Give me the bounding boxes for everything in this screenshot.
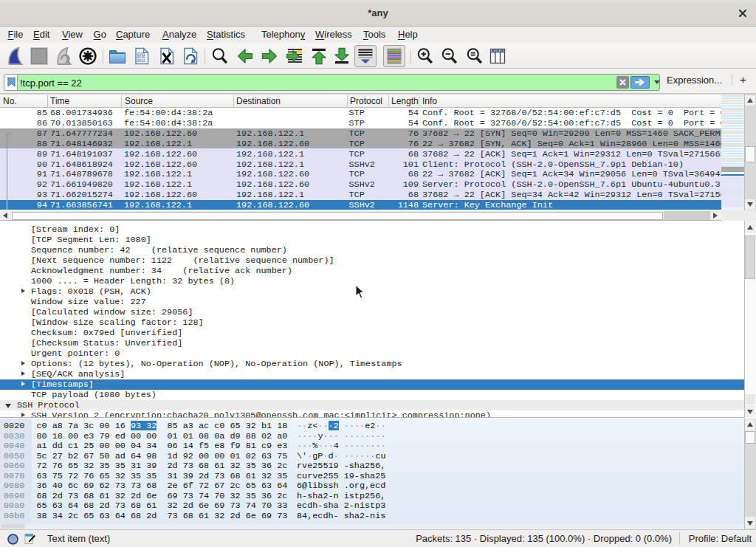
svg-text:0011: 0011 bbox=[137, 59, 145, 63]
